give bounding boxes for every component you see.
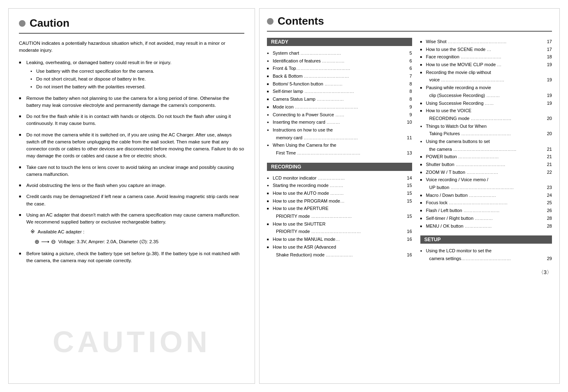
list-item: Avoid obstructing the lens or the flash … bbox=[19, 182, 244, 189]
list-item: How to use the SHUTTER bbox=[267, 220, 412, 228]
setup-list: Using the LCD monitor to set the camera … bbox=[420, 247, 552, 262]
list-item: Self-timer lamp ……………………………8 bbox=[267, 88, 412, 95]
list-item: How to use the APERTURE bbox=[267, 205, 412, 212]
list-item: Connecting to a Power Source ……9 bbox=[267, 111, 412, 119]
caution-header: Caution bbox=[19, 17, 244, 34]
list-item: Use battery with the correct specificati… bbox=[30, 68, 244, 75]
list-item: Instructions on how to use the bbox=[267, 126, 412, 134]
caution-title: Caution bbox=[30, 17, 70, 30]
caution-item-text: Leaking, overheating, or damaged battery… bbox=[26, 60, 172, 65]
page-number: 〈3〉 bbox=[538, 269, 552, 275]
caution-item-text: Credit cards may be demagnetized if left… bbox=[26, 194, 239, 206]
list-item: Take care not to touch the lens or lens … bbox=[19, 164, 244, 178]
contents-left-col: READY System chart ………………………5 Identifica… bbox=[267, 38, 412, 276]
caution-item-text: Do not fire the flash while it is in con… bbox=[26, 114, 231, 126]
list-item: Mode icon ……………………………………9 bbox=[267, 103, 412, 111]
recording-label: RECORDING bbox=[271, 164, 301, 170]
list-item: How to use the ASR (Advanced bbox=[267, 243, 412, 251]
caution-panel: Caution CAUTION indicates a potentially … bbox=[8, 8, 255, 384]
list-item: Inserting the memory card ………10 bbox=[267, 118, 412, 126]
voltage-text: Voltage: 3.3V, Amprer: 2.0A, Diameter (∅… bbox=[58, 238, 159, 245]
list-item: Shake Reduction) mode ………………16 bbox=[267, 251, 412, 259]
list-item: Voice recording / Voice memo / bbox=[420, 176, 552, 184]
ready-list: System chart ………………………5 Identification o… bbox=[267, 49, 412, 157]
list-item: memory card ………………………………11 bbox=[267, 134, 412, 142]
list-item: System chart ………………………5 bbox=[267, 49, 412, 57]
list-item: Credit cards may be demagnetized if left… bbox=[19, 193, 244, 208]
list-item: When Using the Camera for the bbox=[267, 141, 412, 149]
list-item: How to use the PROGRAM mode…15 bbox=[267, 197, 412, 205]
list-item: clip (Successive Recording) ………19 bbox=[420, 92, 552, 99]
battery-icon: ⊕ ⟶ ⊖ bbox=[35, 238, 56, 246]
list-item: Recording the movie clip without bbox=[420, 69, 552, 76]
list-item: Do not insert the battery with the polar… bbox=[30, 83, 244, 90]
caution-item-text: Do not move the camera while it is switc… bbox=[26, 132, 244, 159]
list-item: LCD monitor indicator ………………14 bbox=[267, 174, 412, 182]
list-item: PRIORITY mode ………………………15 bbox=[267, 212, 412, 220]
list-item: camera settings……………………………29 bbox=[420, 255, 552, 263]
list-item: Do not fire the flash while it is in con… bbox=[19, 113, 244, 127]
list-item: How to use the MANUAL mode…16 bbox=[267, 235, 412, 243]
contents-columns: READY System chart ………………………5 Identifica… bbox=[267, 38, 552, 276]
list-item: POWER button ………………………21 bbox=[420, 153, 552, 161]
list-item: Remove the battery when not planning to … bbox=[19, 95, 244, 109]
setup-section-header: SETUP bbox=[420, 235, 552, 244]
list-item: RECORDING mode ………………………20 bbox=[420, 115, 552, 122]
list-item: PRIORITY mode ……………………………16 bbox=[267, 228, 412, 235]
header-dot-icon bbox=[19, 20, 26, 27]
caution-intro: CAUTION indicates a potentially hazardou… bbox=[19, 40, 244, 54]
list-item: Using an AC adapter that doesn't match w… bbox=[19, 212, 244, 246]
contents-header: Contents bbox=[267, 15, 552, 32]
list-item: ZOOM W / T button …………………22 bbox=[420, 168, 552, 176]
list-item: Starting the recording mode ………15 bbox=[267, 182, 412, 189]
voltage-line: ⊕ ⟶ ⊖ Voltage: 3.3V, Amprer: 2.0A, Diame… bbox=[35, 238, 244, 246]
list-item: Flash / Left button ……………………26 bbox=[420, 207, 552, 214]
list-item: voice ……………………………………19 bbox=[420, 76, 552, 84]
ready-label: READY bbox=[271, 39, 288, 45]
list-item: Pausing while recording a movie bbox=[420, 84, 552, 92]
header-dot-icon bbox=[267, 18, 274, 25]
caution-item-text: Using an AC adapter that doesn't match w… bbox=[26, 212, 240, 224]
list-item: First Time ……………………………………13 bbox=[267, 149, 412, 157]
right-top-list: Wise Shot …………………………………17 How to use the… bbox=[420, 38, 552, 230]
list-item: Macro / Down button ………………24 bbox=[420, 191, 552, 199]
list-item: Using the LCD monitor to set the bbox=[420, 247, 552, 255]
list-item: Using Successive Recording ……19 bbox=[420, 99, 552, 107]
list-item: Self-timer / Right button …………28 bbox=[420, 214, 552, 222]
list-item: Back & Bottom …………………………7 bbox=[267, 72, 412, 80]
list-item: Face recognition ………………………18 bbox=[420, 53, 552, 61]
caution-item-text: Take care not to touch the lens or lens … bbox=[26, 165, 234, 177]
sub-list: Use battery with the correct specificati… bbox=[30, 68, 244, 91]
list-item: Camera Status Lamp ………………8 bbox=[267, 95, 412, 103]
contents-right-col: Wise Shot …………………………………17 How to use the… bbox=[420, 38, 552, 276]
list-item: Using the camera buttons to set bbox=[420, 138, 552, 145]
page-footer: 〈3〉 bbox=[420, 269, 552, 276]
list-item: Front & Top………………………………6 bbox=[267, 65, 412, 72]
list-item: How to use the VOICE bbox=[420, 107, 552, 115]
list-item: How to use the MOVIE CLIP mode …19 bbox=[420, 61, 552, 69]
caution-item-text: Before taking a picture, check the batte… bbox=[26, 251, 239, 263]
contents-panel: Contents READY System chart ………………………5 I… bbox=[259, 8, 560, 384]
list-item: Identification of features ……………6 bbox=[267, 57, 412, 65]
list-item: Leaking, overheating, or damaged battery… bbox=[19, 59, 244, 91]
ready-section-header: READY bbox=[267, 38, 412, 46]
watermark: CAUTION bbox=[53, 325, 211, 359]
recording-section-header: RECORDING bbox=[267, 163, 412, 171]
list-item: Things to Watch Out for When bbox=[420, 122, 552, 130]
page-container: Caution CAUTION indicates a potentially … bbox=[0, 0, 568, 392]
list-item: Shutter button ……………………………21 bbox=[420, 161, 552, 168]
list-item: Before taking a picture, check the batte… bbox=[19, 250, 244, 265]
note-mark: ※ bbox=[30, 228, 35, 235]
list-item: Bottom/ 5-function button …………8 bbox=[267, 80, 412, 88]
note-item: ※ Available AC adapter : bbox=[30, 228, 244, 236]
list-item: How to use the AUTO mode ………15 bbox=[267, 189, 412, 197]
contents-title: Contents bbox=[278, 15, 324, 28]
note-text: Available AC adapter : bbox=[38, 229, 85, 234]
caution-item-text: Avoid obstructing the lens or the flash … bbox=[26, 183, 166, 188]
list-item: the camera ……………………………………21 bbox=[420, 145, 552, 153]
recording-list: LCD monitor indicator ………………14 Starting … bbox=[267, 174, 412, 259]
list-item: Wise Shot …………………………………17 bbox=[420, 38, 552, 46]
list-item: Focus lock …………………………………25 bbox=[420, 199, 552, 207]
list-item: Do not move the camera while it is switc… bbox=[19, 131, 244, 160]
setup-label: SETUP bbox=[424, 237, 441, 242]
